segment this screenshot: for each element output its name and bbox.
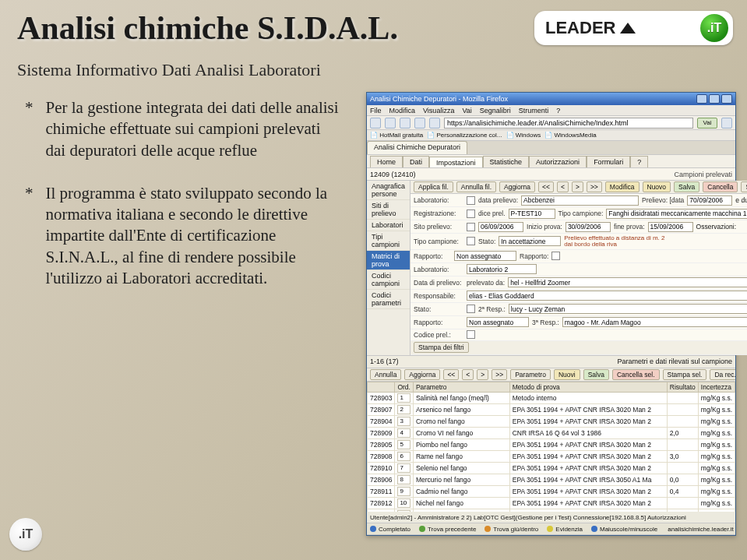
ord-input[interactable]	[397, 428, 410, 438]
home-icon[interactable]	[429, 118, 440, 129]
toolbar-button[interactable]: Modifica	[605, 181, 640, 192]
column-header[interactable]: Ord.	[395, 382, 414, 392]
column-header[interactable]: Incertezza	[698, 382, 735, 392]
toolbar-button[interactable]: Annulla	[370, 369, 401, 380]
toolbar-button[interactable]: Annulla fil.	[456, 181, 496, 192]
field[interactable]	[467, 291, 747, 301]
footer-item[interactable]: Maiuscole/minuscole	[600, 526, 657, 533]
toolbar-button[interactable]: Nuovi	[554, 369, 580, 380]
forward-icon[interactable]	[385, 118, 396, 129]
field[interactable]	[606, 209, 747, 219]
table-row[interactable]: 728903Salinità nel fango (meq/l)Metodo i…	[368, 392, 735, 403]
ord-input[interactable]	[397, 475, 410, 484]
toolbar-button[interactable]: <<	[443, 369, 459, 380]
table-row[interactable]: 728909Cromo VI nel fangoCNR IRSA 16 Q 64…	[368, 427, 735, 438]
field[interactable]	[521, 195, 639, 206]
app-tab[interactable]: ?	[630, 156, 648, 167]
app-tab[interactable]: Statistiche	[483, 156, 530, 167]
ord-input[interactable]	[397, 487, 410, 496]
browser-tab[interactable]: Analisi Chimiche Depuratori	[367, 141, 467, 155]
menu-item[interactable]: Vai	[462, 107, 471, 114]
field[interactable]	[509, 209, 555, 219]
param-table-wrap[interactable]: Ord.ParametroMetodo di provaRisultatoInc…	[367, 382, 735, 512]
toolbar-button[interactable]: <	[557, 181, 569, 192]
app-tab[interactable]: Autorizzazioni	[529, 156, 587, 167]
toolbar-button[interactable]: Applica fil.	[414, 181, 453, 192]
minimize-icon[interactable]	[696, 94, 707, 104]
bookmark-item[interactable]: 📄 Windows	[506, 132, 541, 139]
footer-item[interactable]: Completato	[379, 526, 410, 533]
column-header[interactable]: Metodo di prova	[509, 382, 667, 392]
search-icon[interactable]	[721, 118, 732, 129]
toolbar-button[interactable]: Salva	[674, 181, 699, 192]
column-header[interactable]: Risultato	[667, 382, 698, 392]
checkbox[interactable]	[467, 305, 475, 313]
table-row[interactable]: 728906Mercurio nel fangoEPA 3051 1994 + …	[368, 474, 735, 485]
ord-input[interactable]	[397, 440, 410, 449]
sidebar-item[interactable]: Laboratori	[367, 220, 410, 231]
maximize-icon[interactable]	[709, 94, 720, 104]
checkbox[interactable]	[467, 223, 475, 231]
ord-input[interactable]	[397, 463, 410, 473]
back-icon[interactable]	[370, 118, 381, 129]
field[interactable]	[509, 304, 747, 314]
ord-input[interactable]	[397, 417, 410, 426]
menu-item[interactable]: ?	[556, 107, 560, 114]
checkbox[interactable]	[551, 252, 560, 260]
sidebar-item[interactable]: Tipi campioni	[367, 231, 410, 251]
table-row[interactable]: 728907Arsenico nel fangoEPA 3051 1994 + …	[368, 403, 735, 415]
toolbar-button[interactable]: >	[572, 181, 583, 192]
column-header[interactable]	[368, 382, 395, 392]
field[interactable]	[467, 264, 537, 274]
menu-item[interactable]: Visualizza	[423, 107, 454, 114]
toolbar-button[interactable]: Nuovo	[643, 181, 671, 192]
go-button[interactable]: Vai	[697, 118, 717, 129]
ord-input[interactable]	[397, 498, 410, 508]
menu-item[interactable]: Segnalibri	[480, 107, 511, 114]
sidebar-item[interactable]: Codici campioni	[367, 270, 410, 290]
bookmark-item[interactable]: 📄 WindowsMedia	[544, 132, 596, 139]
table-row[interactable]: 728912Nichel nel fangoEPA 3051 1994 + AP…	[368, 497, 735, 509]
close-icon[interactable]	[721, 94, 732, 104]
toolbar-button[interactable]: Stampa	[741, 181, 747, 192]
table-row[interactable]: 728904Cromo nel fangoEPA 3051 1994 + APA…	[368, 415, 735, 427]
footer-item[interactable]: Trova precedente	[428, 526, 476, 533]
ord-input[interactable]	[397, 405, 410, 414]
sidebar-item[interactable]: Siti di prelievo	[367, 200, 410, 220]
menu-item[interactable]: Strumenti	[519, 107, 549, 114]
sidebar-item[interactable]: Codici parametri	[367, 290, 410, 309]
toolbar-button[interactable]: Stampa sel.	[663, 369, 707, 380]
ord-input[interactable]	[397, 393, 410, 403]
field[interactable]	[562, 317, 747, 327]
toolbar-button[interactable]: Parametro	[510, 369, 551, 380]
app-tab[interactable]: Dati	[403, 156, 429, 167]
bookmark-item[interactable]: 📄 Personalizzazione col...	[427, 132, 502, 139]
bookmark-item[interactable]: 📄 HotMail gratuita	[370, 132, 423, 139]
reload-icon[interactable]	[400, 118, 410, 129]
toolbar-button[interactable]: <	[462, 369, 474, 380]
table-row[interactable]: 728911Cadmio nel fangoEPA 3051 1994 + AP…	[368, 485, 735, 497]
checkbox[interactable]	[467, 237, 475, 245]
toolbar-button[interactable]: Salva	[583, 369, 609, 380]
print-filters-button[interactable]: Stampa dei filtri	[414, 342, 469, 353]
url-input[interactable]	[444, 118, 693, 129]
toolbar-button[interactable]: >	[477, 369, 488, 380]
field[interactable]	[467, 317, 529, 327]
toolbar-button[interactable]: Cancella	[703, 181, 738, 192]
field[interactable]	[499, 236, 561, 246]
toolbar-button[interactable]: Da rec.	[710, 369, 735, 380]
toolbar-button[interactable]: Cancella sel.	[612, 369, 660, 380]
app-tab[interactable]: Formulari	[587, 156, 630, 167]
date-field[interactable]	[648, 222, 693, 232]
menu-item[interactable]: File	[370, 107, 382, 114]
toolbar-button[interactable]: Aggiorna	[404, 369, 440, 380]
table-row[interactable]: 728905Piombo nel fangoEPA 3051 1994 + AP…	[368, 438, 735, 450]
checkbox[interactable]	[467, 330, 475, 339]
field[interactable]	[508, 277, 747, 287]
app-tab[interactable]: Impostazioni	[429, 157, 483, 168]
checkbox[interactable]	[467, 196, 475, 205]
toolbar-button[interactable]: Aggiorna	[499, 181, 535, 192]
column-header[interactable]: Parametro	[413, 382, 509, 392]
table-row[interactable]: 728908Rame nel fangoEPA 3051 1994 + APAT…	[368, 450, 735, 462]
date-field[interactable]	[566, 222, 611, 232]
